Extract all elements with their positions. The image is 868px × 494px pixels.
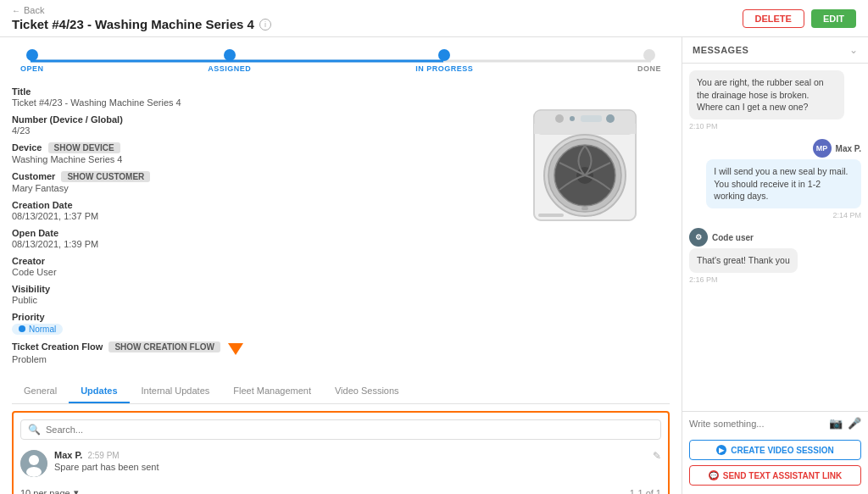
field-flow: Ticket Creation Flow SHOW CREATION FLOW … [12, 341, 492, 364]
progress-step-open: OPEN [20, 49, 44, 73]
text-assistant-label: SEND TEXT ASSISTANT LINK [723, 471, 843, 480]
step-label-inprogress: IN PROGRESS [415, 64, 473, 73]
send-text-assistant-button[interactable]: 💬 SEND TEXT ASSISTANT LINK [689, 465, 861, 486]
tab-fleet-management[interactable]: Fleet Management [221, 380, 323, 403]
field-priority: Priority Normal [12, 312, 492, 335]
show-customer-badge[interactable]: SHOW CUSTOMER [61, 171, 150, 182]
back-link[interactable]: Back [24, 5, 44, 15]
creation-date-value: 08/13/2021, 1:37 PM [12, 211, 492, 221]
number-value: 4/23 [12, 125, 492, 136]
message-bubble: That's great! Thank you [689, 248, 798, 273]
mic-icon[interactable]: 🎤 [848, 417, 861, 430]
svg-point-4 [570, 116, 575, 121]
step-label-assigned: ASSIGNED [208, 64, 251, 73]
svg-rect-6 [581, 115, 602, 122]
device-value: Washing Machine Series 4 [12, 154, 492, 164]
flow-value: Problem [12, 354, 492, 364]
customer-value: Mary Fantasy [12, 183, 492, 193]
svg-point-16 [26, 467, 42, 477]
sender-avatar: MP [813, 139, 832, 158]
per-page-dropdown-icon[interactable]: ▾ [74, 487, 79, 494]
tab-video-sessions[interactable]: Video Sessions [323, 380, 411, 403]
back-arrow-icon: ← [12, 6, 20, 15]
visibility-label: Visibility [12, 284, 492, 294]
field-creator: Creator Code User [12, 256, 492, 277]
sender-avatar: ⚙ [689, 228, 708, 247]
camera-icon[interactable]: 📷 [829, 417, 843, 430]
progress-step-done: DONE [637, 49, 661, 73]
page-title: Ticket #4/23 - Washing Machine Series 4 [12, 17, 254, 31]
priority-label: Priority [12, 312, 492, 322]
svg-point-3 [555, 114, 564, 123]
list-item: You are right, the rubber seal on the dr… [689, 70, 861, 130]
progress-area: OPEN ASSIGNED IN PROGRESS DONE [12, 37, 670, 83]
show-device-badge[interactable]: SHOW DEVICE [48, 142, 120, 153]
svg-point-15 [29, 455, 39, 465]
open-date-value: 08/13/2021, 1:39 PM [12, 239, 492, 249]
message-sender: MP Max P. [813, 139, 861, 158]
svg-rect-12 [581, 207, 588, 210]
info-icon[interactable]: i [259, 19, 271, 31]
field-device: Device SHOW DEVICE Washing Machine Serie… [12, 142, 492, 164]
message-time: 2:10 PM [689, 122, 718, 130]
left-panel: OPEN ASSIGNED IN PROGRESS DONE [0, 37, 682, 494]
step-dot-inprogress [438, 49, 450, 61]
title-label: Title [12, 86, 492, 97]
list-item: MP Max P. I will send you a new seal by … [689, 139, 861, 219]
action-buttons: ▶ CREATE VIDEO SESSION 💬 SEND TEXT ASSIS… [682, 435, 868, 494]
search-icon: 🔍 [28, 424, 41, 436]
title-value: Ticket #4/23 - Washing Machine Series 4 [12, 97, 492, 108]
right-panel: MESSAGES ⌄ You are right, the rubber sea… [682, 37, 868, 494]
message-bubble: I will send you a new seal by mail. You … [706, 159, 861, 208]
message-text: You are right, the rubber seal on the dr… [697, 77, 824, 112]
field-number: Number (Device / Global) 4/23 [12, 114, 492, 136]
delete-button[interactable]: DELETE [743, 9, 804, 28]
table-row: Max P. 2:59 PM Spare part has been sent … [20, 447, 661, 480]
collapse-icon[interactable]: ⌄ [849, 44, 858, 56]
progress-step-inprogress: IN PROGRESS [415, 49, 473, 73]
messages-header: MESSAGES ⌄ [682, 37, 868, 64]
updates-section: 🔍 Max P. 2:59 PM [12, 411, 670, 494]
fields-left: Title Ticket #4/23 - Washing Machine Ser… [12, 86, 492, 371]
tabs-area: General Updates Internal Updates Fleet M… [12, 380, 670, 404]
tab-general[interactable]: General [12, 380, 69, 403]
device-label: Device SHOW DEVICE [12, 142, 492, 153]
svg-rect-13 [538, 214, 564, 217]
update-time: 2:59 PM [87, 451, 119, 460]
priority-dot [19, 325, 25, 332]
arrow-down-icon [228, 343, 243, 355]
tab-internal-updates[interactable]: Internal Updates [130, 380, 222, 403]
message-time: 2:14 PM [832, 211, 861, 219]
customer-label: Customer SHOW CUSTOMER [12, 171, 492, 182]
svg-point-5 [606, 114, 615, 123]
write-input[interactable] [689, 419, 824, 429]
tab-updates[interactable]: Updates [69, 380, 129, 403]
sender-name: Code user [712, 233, 754, 242]
field-open-date: Open Date 08/13/2021, 1:39 PM [12, 228, 492, 249]
progress-step-assigned: ASSIGNED [208, 49, 251, 73]
progress-track: OPEN ASSIGNED IN PROGRESS DONE [20, 49, 661, 73]
messages-title: MESSAGES [693, 45, 748, 55]
update-header: Max P. 2:59 PM [54, 450, 646, 460]
step-dot-open [26, 49, 38, 61]
per-page-selector: 10 per page ▾ [20, 487, 79, 494]
message-sender: ⚙ Code user [689, 228, 754, 247]
edit-icon[interactable]: ✎ [653, 450, 661, 462]
svg-rect-2 [534, 124, 636, 134]
field-title: Title Ticket #4/23 - Washing Machine Ser… [12, 86, 492, 108]
field-creation-date: Creation Date 08/13/2021, 1:37 PM [12, 200, 492, 221]
video-icon: ▶ [716, 445, 726, 455]
top-actions: DELETE EDIT [743, 9, 856, 28]
creator-value: Code User [12, 267, 492, 277]
update-text: Spare part has been sent [54, 462, 646, 472]
open-date-label: Open Date [12, 228, 492, 238]
field-customer: Customer SHOW CUSTOMER Mary Fantasy [12, 171, 492, 193]
update-author: Max P. [54, 450, 82, 460]
show-flow-badge[interactable]: SHOW CREATION FLOW [108, 341, 220, 352]
fields-right [500, 86, 670, 371]
edit-button[interactable]: EDIT [811, 9, 856, 28]
sender-name: Max P. [836, 144, 861, 153]
search-input[interactable] [46, 425, 654, 435]
create-video-session-button[interactable]: ▶ CREATE VIDEO SESSION [689, 440, 861, 460]
washing-machine-image [517, 95, 653, 230]
